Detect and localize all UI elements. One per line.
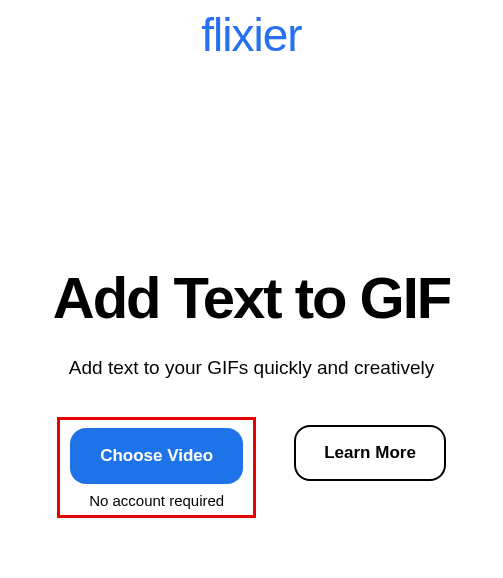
- primary-cta-highlight: Choose Video No account required: [57, 417, 256, 518]
- cta-row: Choose Video No account required Learn M…: [0, 417, 503, 518]
- brand-logo[interactable]: flixier: [201, 12, 301, 58]
- page-root: flixier Add Text to GIF Add text to your…: [0, 0, 503, 578]
- page-title: Add Text to GIF: [0, 268, 503, 329]
- hero-section: Add Text to GIF Add text to your GIFs qu…: [0, 268, 503, 518]
- choose-video-button[interactable]: Choose Video: [70, 428, 243, 484]
- primary-cta-helper: No account required: [89, 492, 224, 509]
- page-subtitle: Add text to your GIFs quickly and creati…: [0, 357, 503, 379]
- learn-more-button[interactable]: Learn More: [294, 425, 446, 481]
